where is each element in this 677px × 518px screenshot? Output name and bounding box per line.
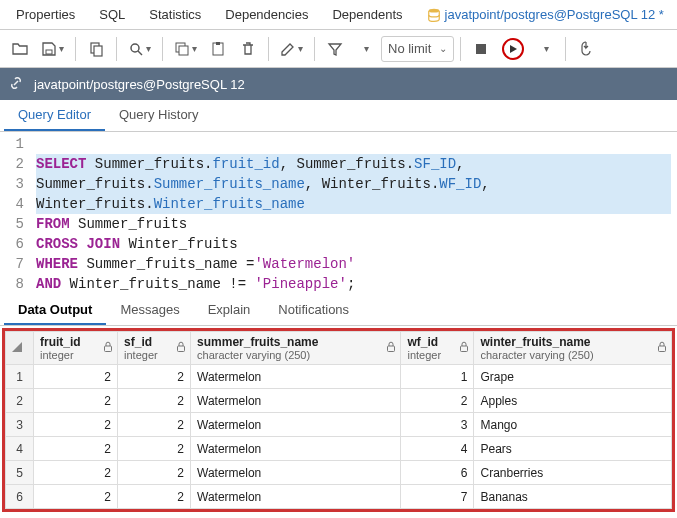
tab-messages[interactable]: Messages	[106, 296, 193, 325]
filter-button[interactable]	[321, 35, 349, 63]
edit-button[interactable]: ▾	[275, 35, 308, 63]
svg-rect-12	[178, 346, 185, 352]
lock-icon	[176, 341, 186, 355]
filter-options-button[interactable]: ▾	[351, 35, 379, 63]
cell[interactable]: 2	[34, 437, 118, 461]
tab-sql[interactable]: SQL	[89, 1, 135, 28]
svg-rect-15	[659, 346, 666, 352]
cell[interactable]: Cranberries	[474, 461, 672, 485]
cell[interactable]: Watermelon	[191, 461, 401, 485]
copy-row-button[interactable]: ▾	[169, 35, 202, 63]
table-row[interactable]: 422Watermelon4Pears	[6, 437, 672, 461]
cell[interactable]: 2	[34, 413, 118, 437]
connection-label: javatpoint/postgres@PostgreSQL 12	[34, 77, 245, 92]
chevron-down-icon: ▾	[59, 43, 64, 54]
save-button[interactable]: ▾	[36, 35, 69, 63]
svg-rect-13	[388, 346, 395, 352]
table-row[interactable]: 622Watermelon7Bananas	[6, 485, 672, 509]
column-header[interactable]: winter_fruits_namecharacter varying (250…	[474, 332, 672, 365]
cell[interactable]: Watermelon	[191, 365, 401, 389]
output-tabs: Data Output Messages Explain Notificatio…	[0, 296, 677, 326]
table-row[interactable]: 122Watermelon1Grape	[6, 365, 672, 389]
cell[interactable]: Watermelon	[191, 437, 401, 461]
cell[interactable]: Mango	[474, 413, 672, 437]
tab-query-history[interactable]: Query History	[105, 100, 212, 131]
execute-button[interactable]	[497, 35, 529, 63]
svg-rect-9	[216, 42, 220, 45]
tab-notifications[interactable]: Notifications	[264, 296, 363, 325]
result-grid-wrap: fruit_idintegersf_idintegersummer_fruits…	[2, 328, 675, 512]
row-number[interactable]: 5	[6, 461, 34, 485]
tab-data-output[interactable]: Data Output	[4, 296, 106, 325]
tab-dependents[interactable]: Dependents	[322, 1, 412, 28]
editor-code[interactable]: SELECT Summer_fruits.fruit_id, Summer_fr…	[30, 132, 677, 296]
cell[interactable]: 7	[401, 485, 474, 509]
cell[interactable]: 2	[34, 485, 118, 509]
toolbar: ▾ ▾ ▾ ▾ ▾ No limit ⌄ ▾	[0, 30, 677, 68]
open-file-button[interactable]	[6, 35, 34, 63]
sql-editor[interactable]: 12345678 SELECT Summer_fruits.fruit_id, …	[0, 132, 677, 296]
commit-button[interactable]	[572, 35, 600, 63]
cell[interactable]: Pears	[474, 437, 672, 461]
tab-dependencies[interactable]: Dependencies	[215, 1, 318, 28]
limit-dropdown[interactable]: No limit ⌄	[381, 36, 454, 62]
cell[interactable]: Apples	[474, 389, 672, 413]
cell[interactable]: 2	[118, 485, 191, 509]
tab-statistics[interactable]: Statistics	[139, 1, 211, 28]
row-number[interactable]: 4	[6, 437, 34, 461]
table-row[interactable]: 522Watermelon6Cranberries	[6, 461, 672, 485]
search-button[interactable]: ▾	[123, 35, 156, 63]
row-number[interactable]: 2	[6, 389, 34, 413]
svg-point-4	[131, 44, 139, 52]
cell[interactable]: 3	[401, 413, 474, 437]
column-header[interactable]: fruit_idinteger	[34, 332, 118, 365]
cell[interactable]: 2	[34, 365, 118, 389]
delete-button[interactable]	[234, 35, 262, 63]
cell[interactable]: 6	[401, 461, 474, 485]
column-header[interactable]: summer_fruits_namecharacter varying (250…	[191, 332, 401, 365]
cell[interactable]: Watermelon	[191, 389, 401, 413]
cell[interactable]: 2	[118, 365, 191, 389]
cell[interactable]: 1	[401, 365, 474, 389]
connection-bar: javatpoint/postgres@PostgreSQL 12	[0, 68, 677, 100]
paste-button[interactable]	[204, 35, 232, 63]
copy-button[interactable]	[82, 35, 110, 63]
table-row[interactable]: 322Watermelon3Mango	[6, 413, 672, 437]
tab-properties[interactable]: Properties	[6, 1, 85, 28]
cell[interactable]: 2	[118, 437, 191, 461]
cell[interactable]: Grape	[474, 365, 672, 389]
editor-gutter: 12345678	[0, 132, 30, 296]
execute-options-button[interactable]: ▾	[531, 35, 559, 63]
row-number[interactable]: 6	[6, 485, 34, 509]
row-number[interactable]: 3	[6, 413, 34, 437]
lock-icon	[103, 341, 113, 355]
cell[interactable]: 2	[34, 389, 118, 413]
table-row[interactable]: 222Watermelon2Apples	[6, 389, 672, 413]
chevron-down-icon: ▾	[192, 43, 197, 54]
row-header-corner[interactable]	[6, 332, 34, 365]
stop-button[interactable]	[467, 35, 495, 63]
cell[interactable]: Bananas	[474, 485, 672, 509]
tab-query-editor[interactable]: Query Editor	[4, 100, 105, 131]
column-header[interactable]: wf_idinteger	[401, 332, 474, 365]
cell[interactable]: 2	[34, 461, 118, 485]
cell[interactable]: 2	[118, 461, 191, 485]
cell[interactable]: 4	[401, 437, 474, 461]
tab-query-tool[interactable]: javatpoint/postgres@PostgreSQL 12 *	[417, 1, 674, 28]
cell[interactable]: Watermelon	[191, 413, 401, 437]
cell[interactable]: 2	[401, 389, 474, 413]
cell[interactable]: Watermelon	[191, 485, 401, 509]
chevron-down-icon: ⌄	[439, 43, 447, 54]
cell[interactable]: 2	[118, 413, 191, 437]
result-grid[interactable]: fruit_idintegersf_idintegersummer_fruits…	[5, 331, 672, 509]
chevron-down-icon: ▾	[298, 43, 303, 54]
svg-rect-10	[476, 44, 486, 54]
tab-query-tool-label: javatpoint/postgres@PostgreSQL 12 *	[445, 7, 664, 22]
row-number[interactable]: 1	[6, 365, 34, 389]
connection-icon	[8, 75, 24, 94]
cell[interactable]: 2	[118, 389, 191, 413]
tab-explain[interactable]: Explain	[194, 296, 265, 325]
column-header[interactable]: sf_idinteger	[118, 332, 191, 365]
svg-rect-1	[46, 50, 52, 54]
query-tabs: Query Editor Query History	[0, 100, 677, 132]
